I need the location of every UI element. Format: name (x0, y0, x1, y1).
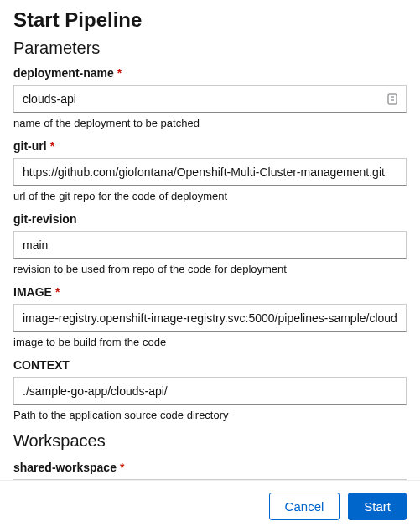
git-url-help: url of the git repo for the code of depl… (13, 190, 407, 202)
label-text: git-url (13, 139, 47, 153)
field-deployment-name: deployment-name* name of the deployment … (13, 66, 407, 129)
git-url-input[interactable] (13, 158, 407, 186)
label-text: IMAGE (13, 285, 52, 299)
label-text: deployment-name (13, 66, 114, 80)
image-help: image to be build from the code (13, 336, 407, 348)
context-input[interactable] (13, 377, 407, 405)
page-title: Start Pipeline (13, 8, 407, 32)
required-indicator: * (120, 461, 124, 474)
deployment-name-label: deployment-name* (13, 66, 407, 80)
field-image: IMAGE* image to be build from the code (13, 285, 407, 348)
image-input[interactable] (13, 304, 407, 332)
required-indicator: * (55, 285, 60, 299)
label-text: git-revision (13, 212, 76, 226)
suggestion-icon (386, 93, 398, 105)
required-indicator: * (50, 139, 54, 153)
field-git-revision: git-revision revision to be used from re… (13, 212, 407, 275)
context-help: Path to the application source code dire… (13, 409, 407, 421)
context-label: CONTEXT (13, 358, 407, 372)
git-revision-help: revision to be used from repo of the cod… (13, 263, 407, 275)
dialog-footer: Cancel Start (0, 480, 420, 532)
shared-workspace-label: shared-workspace* (13, 461, 407, 474)
label-text: CONTEXT (13, 358, 70, 372)
cancel-button[interactable]: Cancel (269, 493, 340, 520)
deployment-name-help: name of the deployment to be patched (13, 117, 407, 129)
git-revision-label: git-revision (13, 212, 407, 226)
git-revision-input[interactable] (13, 231, 407, 259)
git-url-label: git-url* (13, 139, 407, 153)
deployment-name-input[interactable] (13, 85, 407, 113)
label-text: shared-workspace (13, 461, 117, 474)
field-git-url: git-url* url of the git repo for the cod… (13, 139, 407, 202)
svg-rect-0 (388, 94, 397, 104)
required-indicator: * (117, 66, 122, 80)
field-context: CONTEXT Path to the application source c… (13, 358, 407, 421)
workspaces-section-title: Workspaces (13, 431, 407, 451)
input-wrapper (13, 85, 407, 113)
parameters-section-title: Parameters (13, 39, 407, 58)
start-button[interactable]: Start (348, 493, 407, 520)
image-label: IMAGE* (13, 285, 407, 299)
